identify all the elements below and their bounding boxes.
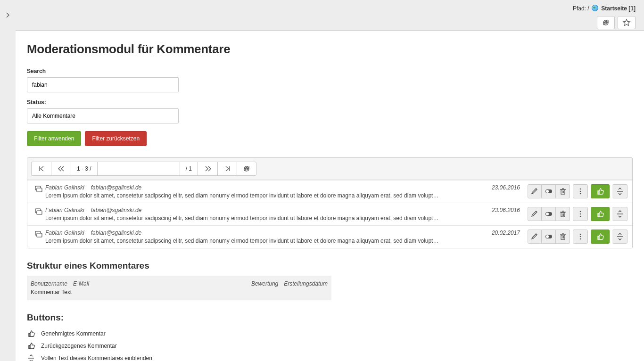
more-actions-button[interactable] [573, 207, 588, 221]
bookmark-button[interactable] [618, 16, 636, 29]
breadcrumb: Pfad: / Startseite [1] [573, 5, 636, 12]
comment-date: 20.02.2017 [492, 230, 520, 236]
breadcrumb-id: [1] [628, 5, 636, 12]
expand-icon [27, 354, 35, 361]
edit-button[interactable] [528, 184, 542, 198]
breadcrumb-prefix: Pfad: / [573, 5, 591, 12]
toggle-visibility-button[interactable] [542, 184, 556, 198]
structure-email: E-Mail [73, 280, 89, 287]
page-title: Moderationsmodul für Kommentare [27, 42, 633, 57]
comment-row: Fabian Galinskifabian@sgalinski.de23.06.… [27, 203, 632, 225]
reload-button[interactable] [597, 16, 615, 29]
comment-email: fabian@sgalinski.de [91, 207, 142, 213]
page-last-button[interactable] [217, 162, 237, 176]
comment-date: 23.06.2016 [492, 184, 520, 191]
page-first-button[interactable] [31, 162, 51, 176]
more-actions-button[interactable] [573, 184, 588, 198]
legend-expand: Vollen Text dieses Kommentares einblende… [41, 355, 152, 361]
buttons-heading: Buttons: [27, 312, 633, 323]
comment-list-panel: 1 - 3 / / 1 Fabian Galinskifabian@sgalin… [27, 157, 633, 248]
delete-button[interactable] [556, 207, 570, 221]
page-reload-button[interactable] [237, 162, 256, 176]
comment-text: Lorem ipsum dolor sit amet, consetetur s… [45, 238, 520, 244]
approve-button[interactable] [591, 184, 610, 198]
toggle-visibility-button[interactable] [542, 230, 556, 244]
comment-author: Fabian Galinski [45, 230, 84, 236]
comment-row: Fabian Galinskifabian@sgalinski.de23.06.… [27, 180, 632, 203]
legend-approved: Genehmigtes Kommentar [41, 330, 106, 337]
delete-button[interactable] [556, 230, 570, 244]
pagination-bar: 1 - 3 / / 1 [27, 158, 632, 180]
edit-button[interactable] [528, 230, 542, 244]
comment-author: Fabian Galinski [45, 207, 84, 213]
comments-icon [32, 184, 45, 194]
structure-text: Kommentar Text [31, 289, 328, 295]
structure-created: Erstellungsdatum [284, 280, 328, 287]
approve-button[interactable] [591, 207, 610, 221]
content-frame: Moderationsmodul für Kommentare Search S… [16, 30, 644, 361]
page-range-label: 1 - 3 / [71, 162, 97, 176]
more-actions-button[interactable] [573, 230, 588, 244]
thumbs-up-icon [27, 342, 35, 350]
search-input[interactable] [27, 77, 179, 92]
status-select[interactable] [27, 108, 179, 123]
structure-rating: Bewertung [251, 280, 278, 287]
edit-button[interactable] [528, 207, 542, 221]
sidebar-expand-button[interactable] [0, 0, 16, 30]
status-label: Status: [27, 99, 633, 106]
comment-row: Fabian Galinskifabian@sgalinski.de20.02.… [27, 225, 632, 248]
comment-email: fabian@sgalinski.de [91, 184, 142, 191]
apply-filter-button[interactable]: Filter anwenden [27, 131, 81, 146]
legend-retracted: Zurückgezogenes Kommentar [41, 343, 117, 349]
expand-text-button[interactable] [612, 230, 627, 244]
comments-icon [32, 230, 45, 239]
page-next-button[interactable] [198, 162, 217, 176]
comment-text: Lorem ipsum dolor sit amet, consetetur s… [45, 215, 520, 222]
globe-icon [592, 5, 598, 11]
approve-button[interactable] [591, 230, 610, 244]
structure-heading: Struktur eines Kommentares [27, 261, 633, 271]
toggle-visibility-button[interactable] [542, 207, 556, 221]
structure-example: Benutzername E-Mail Bewertung Erstellung… [27, 276, 331, 300]
comments-icon [32, 207, 45, 216]
thumbs-up-icon [27, 329, 35, 338]
page-prev-button[interactable] [51, 162, 71, 176]
reset-filter-button[interactable]: Filter zurücksetzen [85, 131, 147, 146]
comment-text: Lorem ipsum dolor sit amet, consetetur s… [45, 192, 520, 199]
expand-text-button[interactable] [612, 207, 627, 221]
page-total-label: / 1 [180, 162, 198, 176]
breadcrumb-page[interactable]: Startseite [601, 5, 627, 12]
comment-date: 23.06.2016 [492, 207, 520, 213]
comment-email: fabian@sgalinski.de [91, 230, 142, 236]
expand-text-button[interactable] [612, 184, 627, 198]
comment-author: Fabian Galinski [45, 184, 84, 191]
structure-username: Benutzername [31, 280, 67, 287]
delete-button[interactable] [556, 184, 570, 198]
page-number-input[interactable] [97, 162, 180, 176]
button-legend: Genehmigtes Kommentar Zurückgezogenes Ko… [27, 328, 633, 361]
search-label: Search [27, 68, 633, 74]
